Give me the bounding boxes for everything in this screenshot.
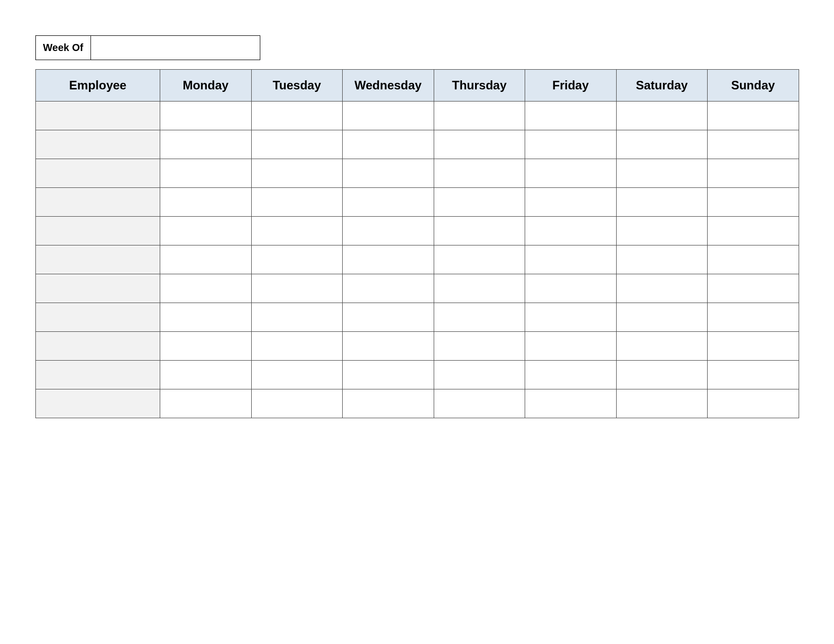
cell-thursday[interactable]: [434, 361, 525, 389]
cell-monday[interactable]: [160, 159, 252, 188]
cell-thursday[interactable]: [434, 217, 525, 245]
cell-saturday[interactable]: [616, 389, 708, 418]
cell-employee[interactable]: [36, 217, 160, 245]
cell-thursday[interactable]: [434, 159, 525, 188]
cell-saturday[interactable]: [616, 159, 708, 188]
cell-wednesday[interactable]: [343, 361, 434, 389]
cell-saturday[interactable]: [616, 188, 708, 217]
cell-tuesday[interactable]: [251, 389, 343, 418]
cell-tuesday[interactable]: [251, 274, 343, 303]
cell-friday[interactable]: [525, 188, 617, 217]
cell-saturday[interactable]: [616, 245, 708, 274]
cell-monday[interactable]: [160, 332, 252, 361]
cell-saturday[interactable]: [616, 102, 708, 130]
table-row: [36, 303, 799, 332]
cell-friday[interactable]: [525, 361, 617, 389]
weekof-label: Week Of: [35, 35, 91, 60]
cell-sunday[interactable]: [708, 332, 799, 361]
cell-monday[interactable]: [160, 245, 252, 274]
cell-saturday[interactable]: [616, 303, 708, 332]
cell-thursday[interactable]: [434, 303, 525, 332]
cell-sunday[interactable]: [708, 188, 799, 217]
cell-monday[interactable]: [160, 102, 252, 130]
cell-friday[interactable]: [525, 159, 617, 188]
cell-tuesday[interactable]: [251, 159, 343, 188]
cell-saturday[interactable]: [616, 332, 708, 361]
cell-wednesday[interactable]: [343, 303, 434, 332]
table-row: [36, 332, 799, 361]
schedule-body: [36, 102, 799, 418]
cell-thursday[interactable]: [434, 130, 525, 159]
cell-employee[interactable]: [36, 130, 160, 159]
cell-wednesday[interactable]: [343, 245, 434, 274]
cell-sunday[interactable]: [708, 130, 799, 159]
cell-employee[interactable]: [36, 332, 160, 361]
cell-friday[interactable]: [525, 217, 617, 245]
table-row: [36, 389, 799, 418]
cell-thursday[interactable]: [434, 245, 525, 274]
cell-tuesday[interactable]: [251, 102, 343, 130]
cell-saturday[interactable]: [616, 130, 708, 159]
cell-sunday[interactable]: [708, 361, 799, 389]
cell-tuesday[interactable]: [251, 130, 343, 159]
cell-sunday[interactable]: [708, 159, 799, 188]
table-row: [36, 274, 799, 303]
cell-sunday[interactable]: [708, 274, 799, 303]
cell-wednesday[interactable]: [343, 188, 434, 217]
cell-sunday[interactable]: [708, 217, 799, 245]
cell-thursday[interactable]: [434, 389, 525, 418]
cell-thursday[interactable]: [434, 274, 525, 303]
cell-employee[interactable]: [36, 245, 160, 274]
cell-monday[interactable]: [160, 361, 252, 389]
cell-thursday[interactable]: [434, 188, 525, 217]
cell-friday[interactable]: [525, 389, 617, 418]
cell-monday[interactable]: [160, 389, 252, 418]
cell-friday[interactable]: [525, 102, 617, 130]
cell-thursday[interactable]: [434, 332, 525, 361]
cell-employee[interactable]: [36, 361, 160, 389]
cell-friday[interactable]: [525, 130, 617, 159]
cell-monday[interactable]: [160, 188, 252, 217]
cell-sunday[interactable]: [708, 389, 799, 418]
cell-wednesday[interactable]: [343, 217, 434, 245]
cell-saturday[interactable]: [616, 361, 708, 389]
col-header-friday: Friday: [525, 70, 617, 102]
cell-friday[interactable]: [525, 303, 617, 332]
cell-employee[interactable]: [36, 274, 160, 303]
cell-tuesday[interactable]: [251, 217, 343, 245]
cell-monday[interactable]: [160, 217, 252, 245]
cell-employee[interactable]: [36, 188, 160, 217]
cell-wednesday[interactable]: [343, 332, 434, 361]
cell-wednesday[interactable]: [343, 274, 434, 303]
cell-friday[interactable]: [525, 332, 617, 361]
cell-sunday[interactable]: [708, 303, 799, 332]
cell-tuesday[interactable]: [251, 332, 343, 361]
cell-tuesday[interactable]: [251, 188, 343, 217]
col-header-monday: Monday: [160, 70, 252, 102]
cell-sunday[interactable]: [708, 245, 799, 274]
cell-monday[interactable]: [160, 274, 252, 303]
table-row: [36, 245, 799, 274]
col-header-sunday: Sunday: [708, 70, 799, 102]
cell-friday[interactable]: [525, 274, 617, 303]
weekof-value[interactable]: [91, 35, 260, 60]
cell-wednesday[interactable]: [343, 389, 434, 418]
cell-saturday[interactable]: [616, 274, 708, 303]
cell-wednesday[interactable]: [343, 159, 434, 188]
cell-sunday[interactable]: [708, 102, 799, 130]
cell-tuesday[interactable]: [251, 303, 343, 332]
cell-tuesday[interactable]: [251, 245, 343, 274]
cell-employee[interactable]: [36, 159, 160, 188]
table-row: [36, 188, 799, 217]
cell-wednesday[interactable]: [343, 102, 434, 130]
cell-employee[interactable]: [36, 102, 160, 130]
cell-tuesday[interactable]: [251, 361, 343, 389]
cell-monday[interactable]: [160, 130, 252, 159]
cell-thursday[interactable]: [434, 102, 525, 130]
cell-monday[interactable]: [160, 303, 252, 332]
cell-employee[interactable]: [36, 303, 160, 332]
cell-saturday[interactable]: [616, 217, 708, 245]
cell-employee[interactable]: [36, 389, 160, 418]
cell-wednesday[interactable]: [343, 130, 434, 159]
cell-friday[interactable]: [525, 245, 617, 274]
